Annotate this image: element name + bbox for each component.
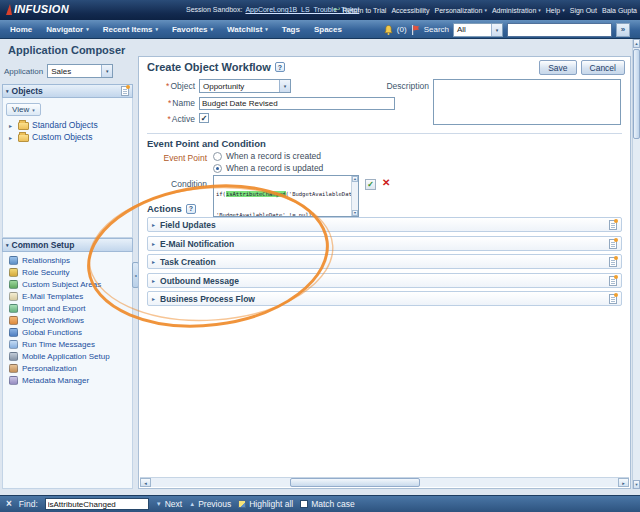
expand-icon[interactable]: ▸ <box>152 258 155 265</box>
find-previous-button[interactable]: ▲ Previous <box>189 499 231 509</box>
caret-down-icon[interactable]: ▾ <box>491 24 502 36</box>
administration-menu[interactable]: Administration ▾ <box>492 7 541 14</box>
personalization-menu[interactable]: Personalization ▾ <box>435 7 487 14</box>
tree-item-standard-objects[interactable]: ▸ Standard Objects <box>3 119 132 131</box>
menu-tags[interactable]: Tags <box>275 25 307 34</box>
new-page-icon[interactable] <box>609 276 617 286</box>
highlight-all-button[interactable]: Highlight all <box>238 499 293 509</box>
sidebar-item-metadata-manager[interactable]: Metadata Manager <box>3 374 132 386</box>
active-checkbox[interactable]: ✓ <box>199 113 209 123</box>
condition-textarea[interactable]: if(isAttributeChanged('BudgetAvailableDa… <box>213 175 359 217</box>
menu-favorites[interactable]: Favorites▾ <box>165 25 220 34</box>
sidebar-item-email-templates[interactable]: E-Mail Templates <box>3 290 132 302</box>
tree-item-custom-objects[interactable]: ▸ Custom Objects <box>3 131 132 143</box>
new-page-icon[interactable] <box>609 239 617 249</box>
new-page-icon[interactable] <box>609 220 617 230</box>
expand-icon[interactable]: ▸ <box>152 240 155 247</box>
expand-icon[interactable]: ▸ <box>152 221 155 228</box>
sidebar-item-label[interactable]: Relationships <box>22 256 70 265</box>
find-input[interactable] <box>45 498 149 510</box>
sidebar-item-personalization[interactable]: Personalization <box>3 362 132 374</box>
name-input[interactable] <box>199 97 395 110</box>
description-textarea[interactable] <box>433 79 621 125</box>
caret-down-icon[interactable]: ▾ <box>279 80 290 92</box>
sidebar-item-global-functions[interactable]: Global Functions <box>3 326 132 338</box>
sidebar-item-custom-subject-areas[interactable]: Custom Subject Areas <box>3 278 132 290</box>
flag-icon[interactable] <box>411 25 420 35</box>
sidebar-item-label[interactable]: Personalization <box>22 364 77 373</box>
search-input[interactable] <box>507 23 612 37</box>
action-row-email-notification[interactable]: ▸ E-Mail Notification <box>147 236 622 251</box>
help-menu[interactable]: Help ▾ <box>546 7 565 14</box>
tree-item-label[interactable]: Custom Objects <box>32 132 92 142</box>
menu-home[interactable]: Home <box>3 25 39 34</box>
sidebar-item-label[interactable]: Metadata Manager <box>22 376 89 385</box>
notification-count[interactable]: (0) <box>397 25 407 34</box>
sidebar-item-label[interactable]: E-Mail Templates <box>22 292 83 301</box>
condition-scrollbar[interactable]: ▲ ▼ <box>351 176 358 216</box>
sign-out-link[interactable]: Sign Out <box>570 7 597 14</box>
scrollbar-thumb[interactable] <box>633 49 640 139</box>
sidebar-item-mobile-application-setup[interactable]: Mobile Application Setup <box>3 350 132 362</box>
action-row-outbound-message[interactable]: ▸ Outbound Message <box>147 273 622 288</box>
sidebar-item-import-and-export[interactable]: Import and Export <box>3 302 132 314</box>
sidebar-item-run-time-messages[interactable]: Run Time Messages <box>3 338 132 350</box>
expand-icon[interactable]: ▸ <box>9 134 15 141</box>
search-go-button[interactable]: » <box>616 23 630 37</box>
view-menu-button[interactable]: View ▾ <box>6 103 41 116</box>
search-scope-select[interactable]: All ▾ <box>453 23 503 37</box>
find-next-button[interactable]: ▼ Next <box>156 499 182 509</box>
help-icon[interactable]: ? <box>275 62 285 72</box>
menu-recent-items[interactable]: Recent Items▾ <box>96 25 165 34</box>
sidebar-item-relationships[interactable]: Relationships <box>3 254 132 266</box>
sidebar-item-label[interactable]: Import and Export <box>22 304 86 313</box>
help-icon[interactable]: ? <box>186 204 196 214</box>
sidebar-item-label[interactable]: Run Time Messages <box>22 340 95 349</box>
application-select[interactable]: Sales ▾ <box>47 64 113 78</box>
scroll-right-icon[interactable]: ▸ <box>618 478 629 487</box>
objects-section-header[interactable]: ▾ Objects <box>2 84 133 98</box>
sidebar-item-role-security[interactable]: Role Security <box>3 266 132 278</box>
radio-record-updated[interactable] <box>213 164 222 173</box>
new-page-icon[interactable] <box>609 294 617 304</box>
tree-item-label[interactable]: Standard Objects <box>32 120 98 130</box>
cancel-button[interactable]: Cancel <box>581 60 625 75</box>
scrollbar-thumb[interactable] <box>290 478 420 487</box>
sidebar-item-label[interactable]: Custom Subject Areas <box>22 280 101 289</box>
scroll-down-icon[interactable]: ▼ <box>633 480 640 489</box>
sidebar-item-object-workflows[interactable]: Object Workflows <box>3 314 132 326</box>
save-button[interactable]: Save <box>539 60 576 75</box>
edit-objects-icon[interactable] <box>121 86 129 96</box>
scroll-up-icon[interactable]: ▲ <box>352 176 358 182</box>
sidebar-item-label[interactable]: Mobile Application Setup <box>22 352 110 361</box>
common-setup-section-header[interactable]: ▾ Common Setup <box>2 238 133 252</box>
menu-watchlist[interactable]: Watchlist▾ <box>220 25 275 34</box>
accessibility-link[interactable]: Accessibility <box>391 7 429 14</box>
scroll-left-icon[interactable]: ◂ <box>140 478 151 487</box>
sidebar-item-label[interactable]: Object Workflows <box>22 316 84 325</box>
validate-expression-icon[interactable]: ✓ <box>365 179 376 190</box>
menu-spaces[interactable]: Spaces <box>307 25 349 34</box>
action-row-task-creation[interactable]: ▸ Task Creation <box>147 254 622 269</box>
expand-icon[interactable]: ▸ <box>152 295 155 302</box>
close-find-button[interactable]: × <box>6 499 12 509</box>
menu-navigator[interactable]: Navigator▾ <box>39 25 95 34</box>
return-to-trial-link[interactable]: ↩ Return to Trial <box>334 6 387 14</box>
horizontal-scrollbar[interactable]: ◂ ▸ <box>140 477 629 487</box>
expand-icon[interactable]: ▸ <box>9 122 15 129</box>
action-row-field-updates[interactable]: ▸ Field Updates <box>147 217 622 232</box>
vertical-scrollbar[interactable]: ▲ ▼ <box>632 39 640 489</box>
new-page-icon[interactable] <box>609 257 617 267</box>
sidebar-item-label[interactable]: Role Security <box>22 268 70 277</box>
expand-icon[interactable]: ▸ <box>152 277 155 284</box>
radio-record-created[interactable] <box>213 152 222 161</box>
match-case-checkbox[interactable]: Match case <box>300 499 354 509</box>
caret-down-icon[interactable]: ▾ <box>101 65 112 77</box>
sidebar-item-label[interactable]: Global Functions <box>22 328 82 337</box>
action-row-business-process-flow[interactable]: ▸ Business Process Flow <box>147 291 622 306</box>
notifications-bell-icon[interactable] <box>384 25 393 35</box>
scroll-up-icon[interactable]: ▲ <box>633 39 640 48</box>
scroll-down-icon[interactable]: ▼ <box>352 210 358 216</box>
delete-condition-icon[interactable]: ✕ <box>382 177 390 188</box>
object-select[interactable]: Opportunity ▾ <box>199 79 291 93</box>
